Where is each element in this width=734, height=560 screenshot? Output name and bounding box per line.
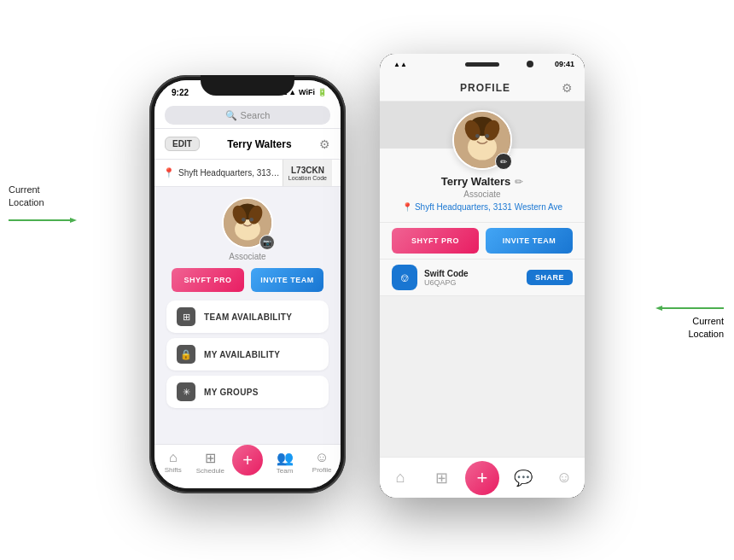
- left-annotation: CurrentLocation: [9, 184, 77, 225]
- schedule-icon: ⊞: [205, 450, 216, 466]
- android-user-role: Associate: [463, 190, 500, 199]
- swift-code-value: U6QAPG: [424, 278, 520, 287]
- share-button[interactable]: SHARE: [527, 270, 573, 285]
- tab-team[interactable]: 👥 Team: [268, 450, 302, 475]
- location-code-block: L73CKN Location Code: [283, 160, 332, 186]
- location-pin-icon: 📍: [163, 167, 175, 178]
- right-annotation: CurrentLocation: [655, 303, 724, 341]
- team-label: Team: [277, 467, 294, 475]
- android-content-area: [380, 296, 585, 457]
- shifts-label: Shifts: [165, 466, 182, 474]
- shyft-pro-button[interactable]: SHYFT PRO: [172, 268, 244, 292]
- android-user-name: Terry Walters: [441, 175, 511, 188]
- tab-add[interactable]: +: [230, 450, 265, 475]
- schedule-label: Schedule: [196, 467, 224, 475]
- right-annotation-text: CurrentLocation: [688, 315, 724, 341]
- tab-profile[interactable]: ☺ Profile: [305, 450, 339, 474]
- shifts-icon: ⌂: [169, 450, 178, 465]
- profile-icon: ☺: [315, 450, 329, 465]
- team-availability-item[interactable]: ⊞ TEAM AVAILABILITY: [166, 300, 329, 333]
- android-camera: [527, 61, 533, 67]
- camera-icon[interactable]: 📷: [259, 235, 275, 250]
- my-availability-icon: 🔒: [177, 345, 195, 364]
- iphone-navbar: EDIT Terry Walters ⚙: [154, 129, 341, 160]
- android-phone: ▲▲ 09:41 PROFILE ⚙: [380, 54, 585, 498]
- invite-team-button[interactable]: INVITE TEAM: [251, 268, 323, 292]
- location-address: Shyft Headquarters, 3131 Weste...: [178, 168, 283, 178]
- navbar-title: Terry Walters: [227, 138, 291, 150]
- tab-shifts[interactable]: ⌂ Shifts: [156, 450, 190, 474]
- android-location-row: 📍 Shyft Headquarters, 3131 Western Ave: [402, 202, 562, 212]
- android-tab-profile[interactable]: ☺: [547, 469, 581, 487]
- svg-point-9: [249, 218, 253, 222]
- my-availability-item[interactable]: 🔒 MY AVAILABILITY: [166, 338, 329, 370]
- settings-gear-icon[interactable]: ⚙: [319, 137, 330, 151]
- android-tab-add[interactable]: +: [465, 461, 499, 495]
- android-settings-icon[interactable]: ⚙: [562, 81, 573, 95]
- iphone-phone: 9:22 ▲▲▲ WiFi 🔋 🔍 Search EDI: [149, 75, 346, 493]
- edit-button[interactable]: EDIT: [165, 137, 200, 151]
- android-action-buttons: SHYFT PRO INVITE TEAM: [380, 223, 585, 259]
- swift-info: Swift Code U6QAPG: [424, 269, 520, 287]
- left-annotation-text: CurrentLocation: [9, 184, 44, 210]
- svg-marker-1: [70, 218, 77, 223]
- android-shell: ▲▲ 09:41 PROFILE ⚙: [380, 54, 585, 498]
- scene: CurrentLocation 9:22 ▲▲▲ WiFi 🔋: [0, 0, 734, 560]
- android-add-plus-icon[interactable]: +: [465, 461, 499, 495]
- iphone-notch: [201, 75, 294, 96]
- android-invite-team-button[interactable]: INVITE TEAM: [486, 228, 573, 254]
- android-time: 09:41: [555, 60, 574, 68]
- android-shyft-pro-button[interactable]: SHYFT PRO: [392, 228, 479, 254]
- avatar-container: 📷: [222, 197, 273, 248]
- search-placeholder: Search: [241, 110, 271, 120]
- right-arrow-icon: [655, 303, 724, 313]
- my-availability-label: MY AVAILABILITY: [204, 350, 280, 359]
- iphone-tabbar: ⌂ Shifts ⊞ Schedule + 👥 Team: [154, 444, 341, 488]
- iphone-time: 9:22: [172, 88, 189, 97]
- my-groups-icon: ✳: [177, 382, 195, 401]
- menu-list: ⊞ TEAM AVAILABILITY 🔒 MY AVAILABILITY ✳ …: [154, 300, 341, 408]
- iphone-wifi-icon: WiFi: [299, 88, 315, 96]
- android-edit-badge-icon[interactable]: ✏: [495, 153, 512, 170]
- left-arrow-icon: [9, 215, 77, 225]
- location-code-value: L73CKN: [291, 166, 324, 175]
- android-topbar-title: PROFILE: [460, 82, 510, 94]
- team-availability-label: TEAM AVAILABILITY: [204, 312, 292, 322]
- team-icon: 👥: [277, 450, 294, 466]
- android-tab-chat[interactable]: 💬: [506, 469, 540, 487]
- team-availability-icon: ⊞: [177, 307, 195, 326]
- tab-schedule[interactable]: ⊞ Schedule: [193, 450, 227, 475]
- swift-code-label: Swift Code: [424, 269, 520, 278]
- add-plus-icon[interactable]: +: [232, 445, 263, 475]
- android-speaker: [465, 62, 499, 67]
- search-icon: 🔍: [225, 110, 237, 121]
- android-tab-grid[interactable]: ⊞: [424, 469, 458, 487]
- android-location-pin-icon: 📍: [402, 202, 412, 212]
- android-tab-home[interactable]: ⌂: [383, 469, 417, 487]
- swift-code-icon: ⎊: [392, 265, 417, 290]
- android-location-address: Shyft Headquarters, 3131 Western Ave: [415, 202, 562, 212]
- svg-point-17: [485, 134, 489, 138]
- iphone-search-bar[interactable]: 🔍 Search: [154, 104, 341, 129]
- my-groups-label: MY GROUPS: [204, 388, 259, 397]
- location-code-label: Location Code: [288, 175, 327, 181]
- android-topbar: PROFILE ⚙: [380, 74, 585, 102]
- svg-point-16: [475, 134, 480, 138]
- iphone-shell: 9:22 ▲▲▲ WiFi 🔋 🔍 Search EDI: [149, 75, 346, 493]
- android-tabbar: ⌂ ⊞ + 💬 ☺: [380, 457, 585, 498]
- action-buttons: SHYFT PRO INVITE TEAM: [154, 268, 341, 292]
- svg-point-8: [242, 218, 246, 222]
- svg-marker-18: [655, 306, 662, 311]
- user-role: Associate: [229, 252, 265, 261]
- iphone-profile-area: 📷 Associate SHYFT PRO INVITE TEAM ⊞ TEAM…: [154, 187, 341, 444]
- android-name-edit-icon[interactable]: ✏: [515, 176, 523, 188]
- android-name-row: Terry Walters ✏: [441, 175, 524, 188]
- swift-code-row: ⎊ Swift Code U6QAPG SHARE: [380, 259, 585, 296]
- my-groups-item[interactable]: ✳ MY GROUPS: [166, 376, 329, 408]
- android-profile-card: ✏ Terry Walters ✏ Associate 📍 Shyft Head…: [380, 102, 585, 223]
- iphone-battery-icon: 🔋: [317, 88, 327, 96]
- android-signal-icon: ▲▲: [393, 61, 407, 68]
- profile-label: Profile: [312, 466, 332, 474]
- iphone-location-bar: 📍 Shyft Headquarters, 3131 Weste... L73C…: [154, 160, 341, 187]
- android-screen: ▲▲ 09:41 PROFILE ⚙: [380, 54, 585, 498]
